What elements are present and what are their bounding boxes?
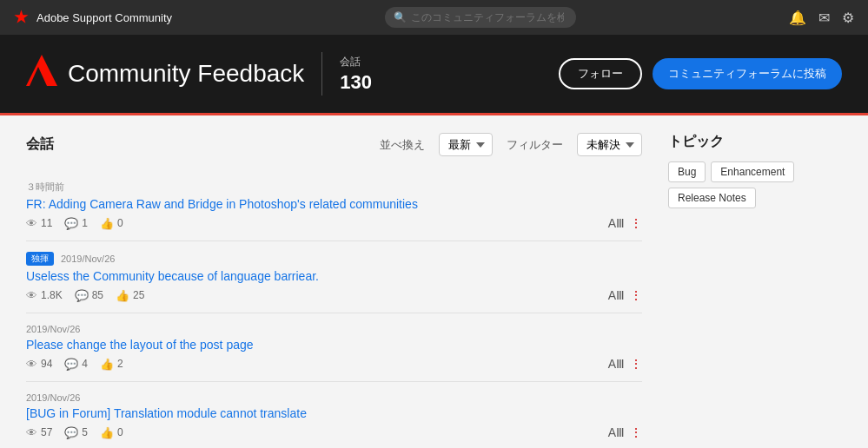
post-button[interactable]: コミュニティフォーラムに投稿 (653, 58, 842, 89)
post-item: 2019/Nov/26 Please change the layout of … (26, 313, 642, 382)
like-count: 0 (117, 217, 123, 229)
like-count: 25 (133, 289, 144, 301)
topic-tag[interactable]: Bug (668, 161, 706, 182)
main-content: 会話 並べ換え 最新 人気 フィルター 未解決 解決済 ３時間前 FR: Add… (0, 115, 868, 448)
like-stat: 👍 2 (100, 358, 123, 371)
brand-name: Adobe Support Community (36, 11, 172, 24)
like-count: 2 (117, 358, 123, 370)
post-time: 2019/Nov/26 (61, 254, 115, 264)
topic-tags: BugEnhancementRelease Notes (668, 161, 842, 208)
pinned-badge: 独揮 (26, 252, 54, 266)
more-menu-icon[interactable]: ⋮ (630, 357, 642, 371)
hero-adobe-logo (26, 55, 57, 93)
post-item: 独揮 2019/Nov/26 Useless the Community bec… (26, 241, 642, 313)
like-icon: 👍 (100, 358, 114, 371)
more-menu-icon[interactable]: ⋮ (630, 425, 642, 439)
like-icon: 👍 (116, 289, 129, 302)
like-icon: 👍 (100, 217, 114, 230)
comment-stat: 💬 4 (64, 358, 88, 371)
section-title: 会話 (26, 135, 366, 154)
right-panel: トピック BugEnhancementRelease Notes (668, 133, 842, 448)
topics-title: トピック (668, 133, 842, 151)
post-time: ３時間前 (26, 181, 64, 194)
post-time: 2019/Nov/26 (26, 324, 80, 334)
action-icons: АⅢ ⋮ (608, 357, 642, 371)
topic-tag[interactable]: Release Notes (668, 188, 756, 208)
like-stat: 👍 25 (116, 289, 144, 302)
search-wrapper: 🔍 (385, 7, 576, 28)
sort-label: 並べ換え (380, 137, 425, 153)
adobe-logo-icon: ★ (14, 8, 28, 27)
post-meta: 2019/Nov/26 (26, 324, 642, 334)
view-stat: 👁 11 (26, 217, 52, 230)
filter-label: フィルター (507, 137, 563, 153)
view-count: 57 (41, 426, 52, 438)
stats-label: 会話 (340, 55, 372, 69)
like-count: 0 (117, 426, 123, 438)
adobe-logo-svg (26, 55, 57, 86)
post-title[interactable]: [BUG in Forum] Translation module cannot… (26, 406, 642, 420)
like-icon: 👍 (100, 426, 114, 439)
follow-button[interactable]: フォロー (559, 58, 642, 89)
eye-icon: 👁 (26, 358, 37, 371)
comment-stat: 💬 85 (75, 289, 103, 302)
settings-icon[interactable]: ⚙ (842, 10, 854, 26)
eye-icon: 👁 (26, 426, 37, 439)
hero-stats: 会話 130 (340, 55, 372, 94)
translate-icon[interactable]: АⅢ (608, 288, 625, 302)
comment-icon: 💬 (75, 289, 89, 302)
hero-divider (321, 52, 322, 96)
view-stat: 👁 94 (26, 358, 52, 371)
comment-icon: 💬 (64, 217, 78, 230)
action-icons: АⅢ ⋮ (608, 288, 642, 302)
post-stats: 👁 94 💬 4 👍 2 АⅢ ⋮ (26, 357, 642, 371)
action-icons: АⅢ ⋮ (608, 425, 642, 439)
view-stat: 👁 1.8K (26, 289, 63, 302)
controls-row: 会話 並べ換え 最新 人気 フィルター 未解決 解決済 (26, 133, 642, 156)
comment-count: 4 (82, 358, 88, 370)
post-title[interactable]: FR: Adding Camera Raw and Bridge in Phot… (26, 197, 642, 211)
post-title[interactable]: Please change the layout of the post pag… (26, 338, 642, 352)
more-menu-icon[interactable]: ⋮ (630, 216, 642, 230)
post-time: 2019/Nov/26 (26, 392, 80, 403)
post-stats: 👁 11 💬 1 👍 0 АⅢ ⋮ (26, 216, 642, 230)
hero-actions: フォロー コミュニティフォーラムに投稿 (559, 58, 842, 89)
post-list: ３時間前 FR: Adding Camera Raw and Bridge in… (26, 170, 642, 448)
like-stat: 👍 0 (100, 217, 123, 230)
like-stat: 👍 0 (100, 426, 123, 439)
view-count: 94 (41, 358, 52, 370)
sort-select[interactable]: 最新 人気 (439, 133, 493, 156)
comment-count: 1 (82, 217, 88, 229)
post-stats: 👁 57 💬 5 👍 0 АⅢ ⋮ (26, 425, 642, 439)
notification-icon[interactable]: 🔔 (789, 10, 806, 26)
top-nav: ★ Adobe Support Community 🔍 🔔 ✉ ⚙ (0, 0, 868, 35)
mail-icon[interactable]: ✉ (818, 10, 830, 26)
nav-icons: 🔔 ✉ ⚙ (789, 10, 854, 26)
comment-count: 5 (82, 426, 88, 438)
translate-icon[interactable]: АⅢ (608, 216, 625, 230)
view-count: 1.8K (41, 289, 63, 301)
post-meta: ３時間前 (26, 181, 642, 194)
stats-count: 130 (340, 71, 372, 94)
translate-icon[interactable]: АⅢ (608, 425, 625, 439)
eye-icon: 👁 (26, 217, 37, 230)
view-count: 11 (41, 217, 52, 229)
post-stats: 👁 1.8K 💬 85 👍 25 АⅢ ⋮ (26, 288, 642, 302)
comment-icon: 💬 (64, 358, 78, 371)
hero-title: Community Feedback (68, 60, 304, 88)
search-input[interactable] (385, 7, 576, 28)
comment-icon: 💬 (64, 426, 78, 439)
post-title[interactable]: Useless the Community because of languag… (26, 269, 642, 283)
left-panel: 会話 並べ換え 最新 人気 フィルター 未解決 解決済 ３時間前 FR: Add… (26, 133, 642, 448)
post-meta: 独揮 2019/Nov/26 (26, 252, 642, 266)
post-item: ３時間前 FR: Adding Camera Raw and Bridge in… (26, 170, 642, 241)
post-item: 2019/Nov/26 [BUG in Forum] Translation m… (26, 382, 642, 448)
post-meta: 2019/Nov/26 (26, 392, 642, 403)
topic-tag[interactable]: Enhancement (711, 161, 794, 182)
comment-count: 85 (92, 289, 103, 301)
more-menu-icon[interactable]: ⋮ (630, 288, 642, 302)
filter-select[interactable]: 未解決 解決済 (577, 133, 642, 156)
translate-icon[interactable]: АⅢ (608, 357, 625, 371)
view-stat: 👁 57 (26, 426, 52, 439)
action-icons: АⅢ ⋮ (608, 216, 642, 230)
